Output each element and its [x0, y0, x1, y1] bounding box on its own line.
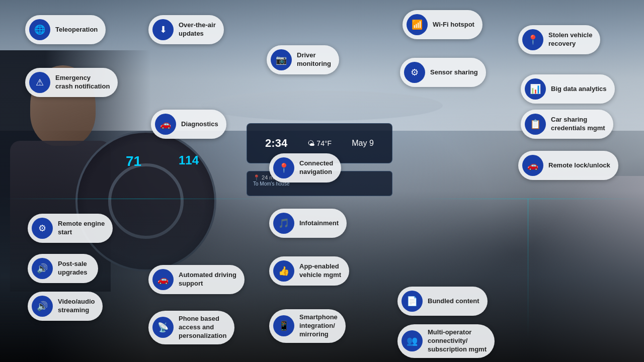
badge-icon-automated-driving: 🚗	[152, 269, 174, 290]
accent-line-2	[418, 199, 644, 199]
badge-label-diagnostics: Diagnostics	[181, 120, 218, 129]
display-weather: 🌤 74°F	[307, 139, 332, 147]
accent-line-1	[0, 199, 277, 199]
badge-label-wifi-hotspot: Wi-Fi hotspot	[433, 21, 474, 29]
badge-remote-engine: ⚙Remote enginestart	[28, 214, 113, 243]
badge-label-emergency-crash: Emergencycrash notification	[55, 74, 110, 91]
badge-icon-bundled-content: 📄	[401, 291, 423, 312]
badge-diagnostics: 🚗Diagnostics	[151, 110, 226, 139]
badge-emergency-crash: ⚠Emergencycrash notification	[25, 68, 118, 97]
badge-icon-app-enabled: 👍	[273, 260, 294, 282]
badge-icon-diagnostics: 🚗	[155, 114, 176, 135]
badge-phone-based: 📡Phone basedaccess andpersonalization	[148, 311, 234, 344]
badge-teleoperation: 🌐Teleoperation	[25, 15, 106, 44]
badge-icon-big-data: 📊	[525, 78, 546, 100]
badge-icon-sensor-sharing: ⚙	[404, 62, 425, 83]
badge-icon-wifi-hotspot: 📶	[407, 14, 428, 35]
badge-ota-updates: ⬇Over-the-airupdates	[148, 15, 224, 44]
speed-display: 71	[126, 153, 141, 169]
badge-automated-driving: 🚗Automated drivingsupport	[148, 265, 245, 294]
badge-icon-connected-nav: 📍	[273, 157, 294, 178]
badge-label-post-sale: Post-saleupgrades	[58, 260, 88, 277]
display-date: May 9	[352, 139, 374, 148]
badge-remote-lock: 🚗Remote lock/unlock	[518, 151, 618, 180]
badge-label-app-enabled: App-enabledvehicle mgmt	[299, 262, 341, 280]
badge-label-bundled-content: Bundled content	[428, 297, 479, 306]
badge-label-sensor-sharing: Sensor sharing	[430, 68, 478, 77]
badge-sensor-sharing: ⚙Sensor sharing	[400, 58, 486, 87]
badge-bundled-content: 📄Bundled content	[397, 287, 488, 316]
badge-icon-remote-lock: 🚗	[522, 155, 543, 176]
speed-display-2: 114	[179, 153, 199, 167]
badge-label-phone-based: Phone basedaccess andpersonalization	[179, 315, 226, 340]
accent-line-3	[528, 199, 528, 339]
badge-app-enabled: 👍App-enabledvehicle mgmt	[269, 256, 349, 286]
badge-icon-car-sharing: 📋	[525, 114, 546, 135]
badge-icon-teleoperation: 🌐	[29, 19, 50, 40]
badge-icon-post-sale: 🔊	[32, 258, 53, 279]
badge-label-connected-nav: Connectednavigation	[299, 159, 333, 176]
road-horizon	[201, 90, 443, 121]
badge-big-data: 📊Big data analytics	[521, 74, 615, 104]
badge-label-multi-operator: Multi-operatorconnectivity/subscription …	[428, 328, 487, 354]
badge-driver-monitoring: 📷Drivermonitoring	[267, 45, 339, 74]
badge-infotainment: 🎵Infotainment	[269, 209, 347, 238]
weather-icon: 🌤	[307, 139, 314, 147]
badge-icon-remote-engine: ⚙	[32, 218, 53, 239]
badge-icon-ota-updates: ⬇	[152, 19, 174, 40]
badge-car-sharing: 📋Car sharingcredentials mgmt	[521, 110, 613, 139]
badge-icon-infotainment: 🎵	[273, 213, 294, 234]
badge-multi-operator: 👥Multi-operatorconnectivity/subscription…	[397, 324, 495, 358]
badge-smartphone: 📱Smartphoneintegration/mirroring	[269, 309, 346, 343]
badge-label-automated-driving: Automated drivingsupport	[179, 271, 236, 288]
badge-icon-phone-based: 📡	[152, 317, 174, 338]
badge-post-sale: 🔊Post-saleupgrades	[28, 254, 98, 283]
badge-label-remote-lock: Remote lock/unlock	[548, 161, 610, 170]
badge-connected-nav: 📍Connectednavigation	[269, 153, 341, 183]
badge-label-teleoperation: Teleoperation	[55, 26, 98, 34]
badge-icon-stolen-vehicle: 📍	[522, 29, 543, 50]
badge-icon-smartphone: 📱	[273, 315, 294, 336]
badge-label-infotainment: Infotainment	[299, 219, 339, 228]
badge-icon-video-audio: 🔊	[32, 296, 53, 317]
badge-label-driver-monitoring: Drivermonitoring	[297, 51, 331, 68]
badge-icon-emergency-crash: ⚠	[29, 72, 50, 93]
badge-label-car-sharing: Car sharingcredentials mgmt	[551, 116, 605, 133]
badge-label-big-data: Big data analytics	[551, 85, 607, 94]
display-time: 2:34	[265, 137, 287, 150]
badge-label-smartphone: Smartphoneintegration/mirroring	[299, 313, 338, 339]
badge-label-stolen-vehicle: Stolen vehiclerecovery	[548, 31, 592, 48]
badge-wifi-hotspot: 📶Wi-Fi hotspot	[403, 10, 482, 39]
badge-label-ota-updates: Over-the-airupdates	[179, 21, 216, 38]
badge-icon-multi-operator: 👥	[401, 330, 423, 351]
badge-icon-driver-monitoring: 📷	[271, 49, 292, 70]
badge-label-remote-engine: Remote enginestart	[58, 220, 105, 237]
badge-stolen-vehicle: 📍Stolen vehiclerecovery	[518, 25, 600, 54]
badge-label-video-audio: Video/audiostreaming	[58, 298, 95, 315]
badge-video-audio: 🔊Video/audiostreaming	[28, 292, 103, 321]
